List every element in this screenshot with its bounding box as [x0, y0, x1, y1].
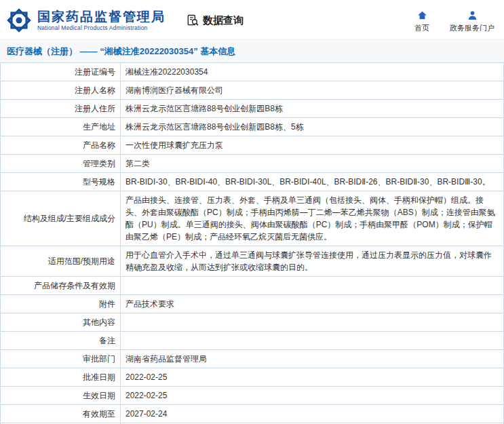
data-query-label: 数据查询: [203, 14, 244, 27]
row-value: 株洲云龙示范区言塘路88号创业创新园B8栋: [121, 100, 504, 118]
row-label: 备注: [1, 332, 121, 350]
row-label: 生产地址: [1, 118, 121, 136]
row-value: 湘械注准20222030354: [121, 63, 504, 81]
row-label: 注册人住所: [1, 100, 121, 118]
row-label: 其他内容: [1, 313, 121, 332]
row-label: 管理类别: [1, 155, 121, 173]
row-value: [121, 332, 504, 350]
header-nav: 首页 政务服务门户: [414, 8, 495, 33]
page-title-text: 医疗器械（注册） —— “湘械注准20222030354” 基本信息: [7, 46, 235, 56]
row-value: BR-BIDⅠ-30、BR-BIDⅠ-40、BR-BIDⅠ-30L、BR-BID…: [121, 173, 504, 191]
row-value: 2027-02-24: [121, 405, 504, 423]
table-row-expiry-date: 有效期至 2027-02-24: [1, 405, 504, 423]
row-label: 注册证编号: [1, 63, 121, 81]
row-label: 型号规格: [1, 173, 121, 191]
site-header: 国家药品监督管理局 National Medical Products Admi…: [0, 0, 504, 39]
registration-info-table: 注册证编号 湘械注准20222030354 注册人名称 湖南博润医疗器械有限公司…: [0, 62, 504, 424]
table-row-approval-date: 批准日期 2022-02-25: [1, 368, 504, 387]
table-row-attachment: 附件 产品技术要求: [1, 295, 504, 313]
row-label: 生效日期: [1, 387, 121, 405]
site-subtitle: National Medical Products Administration: [37, 24, 166, 31]
table-row-approval-department: 审批部门 湖南省药品监督管理局: [1, 350, 504, 368]
row-label: 产品储存条件及有效期: [1, 277, 121, 295]
row-label: 注册人名称: [1, 81, 121, 100]
row-value: 湖南省药品监督管理局: [121, 350, 504, 368]
row-label: 结构及组成/主要组成成分: [1, 191, 121, 246]
table-row-intended-use: 适用范围/预期用途 用于心血管介入手术中，通过单三通阀与球囊扩张导管连接使用，通…: [1, 246, 504, 277]
table-row-registrant-name: 注册人名称 湖南博润医疗器械有限公司: [1, 81, 504, 100]
table-row-structure-composition: 结构及组成/主要组成成分 产品由接头、连接管、压力表、外套、手柄及单三通阀（包括…: [1, 191, 504, 246]
row-label: 适用范围/预期用途: [1, 246, 121, 277]
page-title: 医疗器械（注册） —— “湘械注准20222030354” 基本信息: [0, 39, 504, 62]
table-row-remarks: 备注: [1, 332, 504, 350]
user-icon: [467, 9, 478, 21]
table-row-management-class: 管理类别 第二类: [1, 155, 504, 173]
nav-gov-portal[interactable]: 政务服务门户: [450, 9, 495, 33]
table-row-product-name: 产品名称 一次性使用球囊扩充压力泵: [1, 136, 504, 155]
row-value: 用于心血管介入手术中，通过单三通阀与球囊扩张导管连接使用，通过压力表显示的压力值…: [121, 246, 504, 277]
row-value: 第二类: [121, 155, 504, 173]
table-row-other-content: 其他内容: [1, 313, 504, 332]
row-value: 产品技术要求: [121, 295, 504, 313]
row-value: 一次性使用球囊扩充压力泵: [121, 136, 504, 155]
row-value: 株洲云龙示范区言塘路88号创业创新园B8栋、5栋: [121, 118, 504, 136]
table-row-effective-date: 生效日期 2022-02-25: [1, 387, 504, 405]
data-query-nav[interactable]: 数据查询: [186, 14, 244, 27]
row-label: 审批部门: [1, 350, 121, 368]
row-label: 产品名称: [1, 136, 121, 155]
row-label: 批准日期: [1, 368, 121, 387]
table-row-reg-number: 注册证编号 湘械注准20222030354: [1, 63, 504, 81]
data-query-icon: [186, 14, 199, 27]
row-value: 产品由接头、连接管、压力表、外套、手柄及单三通阀（包括接头、阀体、手柄和保护帽）…: [121, 191, 504, 246]
row-label: 附件: [1, 295, 121, 313]
row-value: [121, 313, 504, 332]
row-value: 湖南博润医疗器械有限公司: [121, 81, 504, 100]
row-value: [121, 277, 504, 295]
home-icon: [416, 9, 428, 21]
table-row-registrant-address: 注册人住所 株洲云龙示范区言塘路88号创业创新园B8栋: [1, 100, 504, 118]
row-value: 2022-02-25: [121, 368, 504, 387]
nmpa-emblem-icon: [5, 7, 33, 34]
table-row-model-spec: 型号规格 BR-BIDⅠ-30、BR-BIDⅠ-40、BR-BIDⅠ-30L、B…: [1, 173, 504, 191]
site-title: 国家药品监督管理局: [37, 9, 166, 24]
nav-home-label: 首页: [414, 23, 429, 33]
row-label: 有效期至: [1, 405, 121, 423]
site-logo[interactable]: 国家药品监督管理局 National Medical Products Admi…: [5, 7, 166, 34]
nav-gov-portal-label: 政务服务门户: [450, 23, 495, 33]
nav-home[interactable]: 首页: [414, 9, 429, 33]
table-row-storage-conditions: 产品储存条件及有效期: [1, 277, 504, 295]
table-row-production-address: 生产地址 株洲云龙示范区言塘路88号创业创新园B8栋、5栋: [1, 118, 504, 136]
row-value: 2022-02-25: [121, 387, 504, 405]
